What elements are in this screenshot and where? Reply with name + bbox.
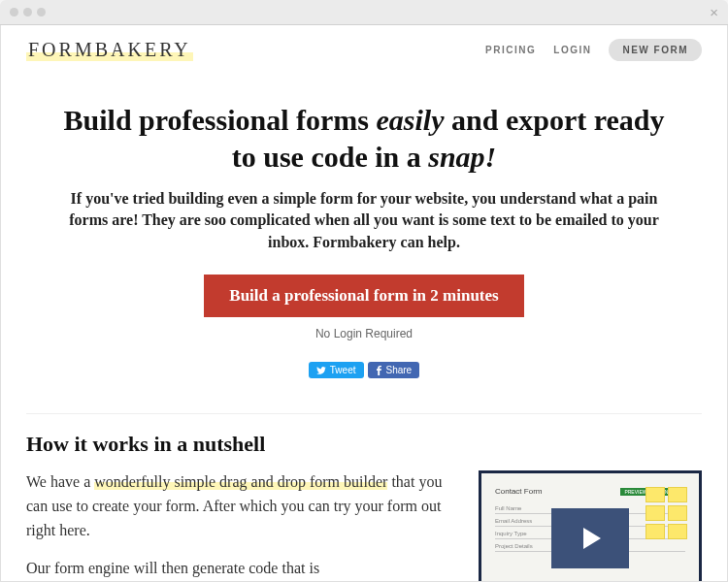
main-nav: PRICING LOGIN NEW FORM [485,39,702,61]
section-title: How it works in a nutshell [26,432,459,457]
traffic-light-max[interactable] [37,8,46,16]
sticky-note-icon [645,487,665,502]
how-it-works: How it works in a nutshell We have a won… [1,414,727,582]
p1-a: We have a [26,473,94,490]
facebook-icon [376,366,382,375]
form-preview-title: Contact Form [495,487,542,496]
traffic-light-min[interactable] [23,8,32,16]
video-thumbnail[interactable]: Contact FormPREVIEW & DOWNLOAD Full Name… [479,470,702,582]
share-label: Share [386,365,413,375]
close-icon[interactable]: × [710,4,718,20]
sticky-note-icon [668,487,687,502]
tweet-button[interactable]: Tweet [309,362,364,378]
hero-title-em2: snap! [428,141,496,173]
sticky-palette [645,487,687,539]
p1-highlight: wonderfully simple drag and drop form bu… [94,473,387,490]
cta-button[interactable]: Build a professional form in 2 minutes [204,275,523,317]
cta-note: No Login Required [50,327,678,340]
hero-subtitle: If you've tried building even a simple f… [50,188,678,253]
logo[interactable]: FORMBAKERY [26,39,193,61]
nav-login[interactable]: LOGIN [553,45,591,55]
traffic-light-close[interactable] [10,8,18,16]
sticky-note-icon [668,524,687,539]
play-icon[interactable] [551,508,629,568]
sticky-note-icon [645,524,665,539]
new-form-button[interactable]: NEW FORM [609,39,702,61]
browser-chrome: × [0,0,728,25]
social-buttons: Tweet Share [50,362,678,378]
twitter-icon [316,367,326,374]
traffic-lights [10,8,46,16]
hero: Build professional forms easily and expo… [1,71,727,413]
hero-title-em1: easily [377,104,445,136]
section-p2: Our form engine will then generate code … [26,557,459,581]
share-button[interactable]: Share [368,362,420,378]
hero-title-part1: Build professional forms [64,104,377,136]
tweet-label: Tweet [330,365,356,375]
section-p1: We have a wonderfully simple drag and dr… [26,470,459,542]
section-text: How it works in a nutshell We have a won… [26,432,459,582]
header: FORMBAKERY PRICING LOGIN NEW FORM [1,25,727,71]
nav-pricing[interactable]: PRICING [485,45,536,55]
page-content: FORMBAKERY PRICING LOGIN NEW FORM Build … [0,25,728,582]
sticky-note-icon [668,505,687,521]
hero-title: Build professional forms easily and expo… [50,102,678,175]
sticky-note-icon [645,505,665,521]
